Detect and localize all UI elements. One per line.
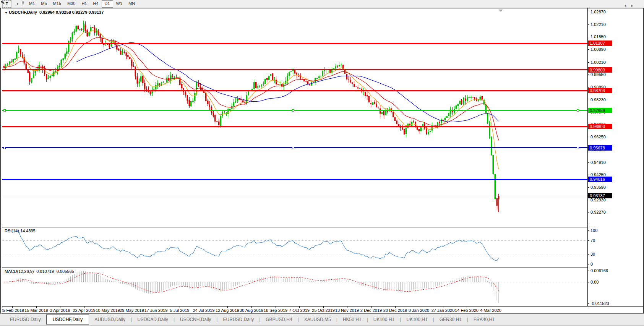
macd-tick-mark [588,303,589,304]
rsi-chart-surface[interactable] [2,227,587,267]
price-tick-label: 1.02210 [590,22,606,27]
date-label: 3 Apr 2019 [47,308,73,313]
price-tick-mark [588,162,589,163]
tab-scroll-left-icon[interactable]: ◄ [623,4,631,8]
mt4-app: T ▾ M1M5M15M30H1H4D1W1MN ▼ USDCHF,Daily … [0,0,644,326]
current-price-badge: 0.93137 [588,193,612,198]
ohlc-open: 0.92964 [39,10,55,15]
hline-handle[interactable] [3,147,5,149]
tab-usdcnh-daily[interactable]: USDCNH,Daily [175,315,216,324]
date-label: 10 May 2019 [94,308,121,313]
cursor-tool-button[interactable] [13,1,16,7]
tab-fra40-h1[interactable]: FRA40,H1 [468,315,500,324]
hline-handle[interactable] [577,109,579,111]
dropdown-caret-icon[interactable]: ▾ [17,2,18,6]
price-tick-label: 0.92270 [590,210,606,214]
date-label: 5 Jul 2019 [166,308,193,313]
timeframe-button-W1[interactable]: W1 [113,0,126,7]
date-label: 24 Jul 2019 [190,308,217,313]
tab-scroll-right-icon[interactable]: ► [631,4,638,8]
rsi-tick-label: 70 [590,238,595,243]
price-level-badge: 0.96803 [588,124,612,129]
tab-eurusd-daily[interactable]: EURUSD,Daily [217,315,259,324]
ohlc-low: 0.92279 [72,10,88,15]
date-label: 20 Dec 2019 [382,308,409,313]
ohlc-high: 0.93258 [56,10,71,15]
tab-uk100-h1[interactable]: UK100,H1 [401,315,433,324]
hline-handle[interactable] [3,109,5,111]
rsi-line [8,230,499,261]
timeframe-button-M5[interactable]: M5 [38,0,50,7]
rsi-header: RSI(14) 14.4895 [5,229,36,233]
timeframe-button-M1[interactable]: M1 [26,0,38,7]
rsi-tick-label: 0 [590,262,593,266]
symbol-menu-arrow-icon[interactable]: ▼ [5,11,8,15]
timeframe-button-D1[interactable]: D1 [102,0,113,8]
price-tick-mark [588,75,589,75]
tab-ger30-h1[interactable]: GER30,H1 [434,315,467,324]
date-label: 22 Apr 2019 [71,308,97,313]
rsi-tick-label: 100 [590,228,597,233]
price-tick-mark [588,49,589,50]
tab-eurusd-daily[interactable]: EURUSD,Daily [5,315,46,324]
price-tick-label: 0.93590 [590,185,606,190]
price-tick-mark [588,62,589,63]
timeframe-button-MN[interactable]: MN [125,0,138,7]
chart-shift-marker-icon[interactable] [499,10,503,12]
chart-tab-bar: EURUSD,DailyUSDCHF,DailyAUDUSD,Daily|USD… [0,313,644,325]
hline-handle[interactable] [292,147,294,149]
chart-symbol-period: USDCHF,Daily [9,10,37,15]
price-tick-label: 1.02870 [590,10,606,14]
time-axis: 25 Feb 201915 Mar 20193 Apr 201922 Apr 2… [2,306,643,313]
price-tick-mark [588,212,589,212]
date-label: 25 Feb 2019 [2,308,26,313]
window-left-edge [0,8,1,325]
tab-usdchf-daily[interactable]: USDCHF,Daily [46,315,89,324]
price-tick-mark [588,200,589,200]
tab-hk50-h1[interactable]: HK50,H1 [337,315,367,324]
date-label: 14 Feb 2020 [453,308,480,313]
macd-tick-label: 0.00 [590,280,599,284]
price-tick-mark [588,87,589,88]
cursor-arrows-icon [0,0,5,5]
timeframe-button-H4[interactable]: H4 [90,0,101,7]
price-tick-label: 0.99550 [590,72,606,77]
date-label: 17 Jun 2019 [143,308,169,313]
date-label: 2 Dec 2019 [358,308,384,313]
date-label: 27 Jan 2020 [430,308,456,313]
tab-xauusd-m5[interactable]: XAUUSD,M5 [299,315,336,324]
date-label: 7 Oct 2019 [286,308,313,313]
macd-chart-surface[interactable] [2,268,587,306]
rsi-name: RSI(14) [5,229,19,233]
tab-usdcad-daily[interactable]: USDCAD,Daily [132,315,174,324]
timeframe-button-M30[interactable]: M30 [64,0,78,7]
price-tick-mark [588,100,589,100]
macd-panel: MACD(12,26,9) -0.010719 -0.005565 [2,268,643,306]
macd-tick-mark [588,271,589,271]
date-label: 12 Aug 2019 [214,308,241,313]
macd-tick-label: 0.006166 [590,268,608,273]
price-level-badge: 1.01207 [588,41,612,46]
hline-handle[interactable] [292,109,294,111]
tab-gbpusd-h4[interactable]: GBPUSD,H4 [260,315,297,324]
timeframe-button-H1[interactable]: H1 [78,0,90,7]
price-level-badge: 0.99800 [588,67,612,73]
hline-handle[interactable] [577,147,579,149]
tab-uk100-h1[interactable]: UK100,H1 [368,315,400,324]
timeframe-button-M15[interactable]: M15 [50,0,64,7]
price-chart-surface[interactable] [2,8,587,226]
toolbar-grip-handle[interactable] [21,1,24,7]
date-label: 4 Mar 2020 [477,308,504,313]
price-tick-label: 1.00210 [590,60,606,65]
price-level-badge: 0.94016 [588,177,612,182]
price-level-badge: 0.98703 [588,88,612,93]
tab-scroll-arrows: ◄► [623,4,638,8]
date-label: 15 Mar 2019 [23,308,50,313]
price-tick-label: 1.01550 [590,34,606,39]
price-tick-label: 0.98230 [590,97,606,102]
tab-audusd-daily[interactable]: AUDUSD,Daily [89,315,131,324]
date-label: 25 Oct 2019 [310,308,337,313]
rsi-tick-mark [588,240,589,241]
rsi-tick-mark [588,264,589,264]
macd-main-value: -0.010719 [35,269,54,274]
